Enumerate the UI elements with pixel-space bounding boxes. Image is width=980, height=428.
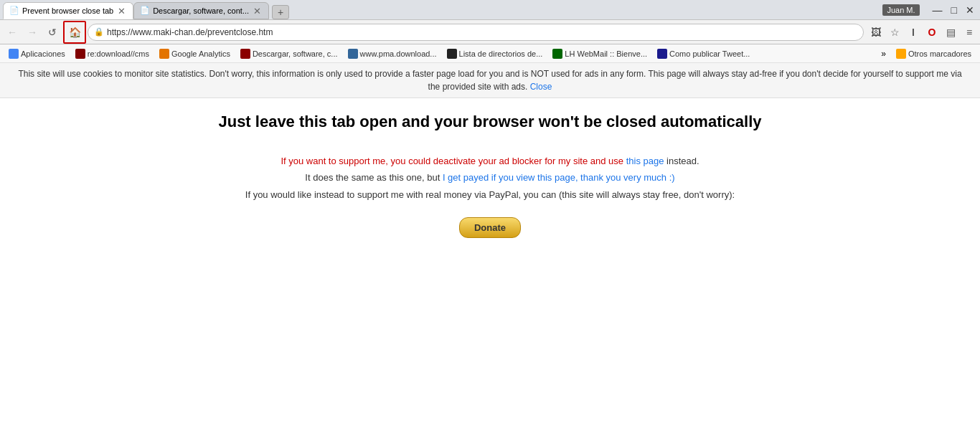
bookmark-label-dl: Descargar, software, c... <box>253 49 338 58</box>
support-text-part1: If you want to support me, you could dea… <box>281 156 623 166</box>
new-tab-button[interactable]: + <box>272 5 289 19</box>
cookie-close-link[interactable]: Close <box>530 82 552 92</box>
close-button[interactable]: ✕ <box>963 4 977 16</box>
home-icon: 🏠 <box>69 27 81 38</box>
cookie-banner: This site will use cookies to monitor si… <box>0 63 980 98</box>
minimize-button[interactable]: — <box>930 4 946 16</box>
forward-icon: → <box>27 27 37 38</box>
window-controls: — □ ✕ <box>930 4 977 16</box>
bookmark-favicon-apps <box>9 49 19 59</box>
bookmark-favicon-ga <box>159 49 169 59</box>
tab-close-inactive[interactable]: ✕ <box>252 6 263 16</box>
user-badge: Juan M. <box>882 4 919 16</box>
url-text: https://www.maki-chan.de/preventclose.ht… <box>107 27 857 37</box>
title-bar: 📄 Prevent browser close tab ✕ 📄 Descarga… <box>0 0 980 20</box>
opera-icon[interactable]: O <box>924 24 940 40</box>
forward-button[interactable]: → <box>23 23 42 42</box>
tab-inactive[interactable]: 📄 Descargar, software, cont... ✕ <box>133 2 269 19</box>
page-content: Just leave this tab open and your browse… <box>0 98 980 427</box>
bookmark-pma[interactable]: www.pma.download... <box>344 47 441 60</box>
bookmark-lista[interactable]: Lista de directorios de... <box>443 47 547 60</box>
home-button-box: 🏠 <box>63 21 86 44</box>
bookmarks-more: » Otros marcadores <box>878 47 976 60</box>
bookmark-favicon-pma <box>348 49 358 59</box>
support-text-part1-end: instead. <box>666 156 699 166</box>
rss-icon[interactable]: ▤ <box>943 24 958 40</box>
menu-icon[interactable]: ≡ <box>961 24 977 40</box>
bookmark-favicon-lista <box>447 49 457 59</box>
tab-close-active[interactable]: ✕ <box>116 6 127 16</box>
bookmark-apps[interactable]: Aplicaciones <box>4 47 70 60</box>
tab-active[interactable]: 📄 Prevent browser close tab ✕ <box>3 2 133 19</box>
tab-favicon-inactive: 📄 <box>140 6 150 16</box>
reload-icon: ↺ <box>48 27 57 38</box>
back-icon: ← <box>7 27 17 38</box>
image-search-icon[interactable]: 🖼 <box>868 24 884 40</box>
bookmark-ga[interactable]: Google Analytics <box>155 47 235 60</box>
reload-button[interactable]: ↺ <box>43 23 62 42</box>
donate-label: Donate <box>474 222 506 233</box>
support-line-2: It does the same as this one, but I get … <box>245 169 735 186</box>
address-bar[interactable]: 🔒 https://www.maki-chan.de/preventclose.… <box>88 24 864 41</box>
star-icon[interactable]: ☆ <box>887 24 903 40</box>
tab-favicon-active: 📄 <box>9 6 19 16</box>
nav-icons-right: 🖼 ☆ I O ▤ ≡ <box>865 24 977 40</box>
this-page-link[interactable]: this page <box>626 156 664 166</box>
bookmark-favicon-dl <box>240 49 250 59</box>
bookmark-favicon-folder <box>896 49 906 59</box>
back-button[interactable]: ← <box>3 23 22 42</box>
bookmark-cms[interactable]: re:download//cms <box>71 47 154 60</box>
bookmark-label-apps: Aplicaciones <box>21 49 65 58</box>
nav-bar: ← → ↺ 🏠 🔒 https://www.maki-chan.de/preve… <box>0 20 980 44</box>
home-button[interactable]: 🏠 <box>65 23 84 42</box>
tab-strip: 📄 Prevent browser close tab ✕ 📄 Descarga… <box>3 0 882 19</box>
page-heading: Just leave this tab open and your browse… <box>218 113 761 131</box>
bookmarks-chevron[interactable]: » <box>878 47 889 60</box>
support-text-part2b: I get payed if you view this page, thank… <box>443 172 675 183</box>
bookmark-label-como: Como publicar Tweet... <box>669 49 750 58</box>
reader-icon[interactable]: I <box>905 24 921 40</box>
bookmark-label-lh: LH WebMail :: Bienve... <box>565 49 647 58</box>
bookmark-favicon-lh <box>552 49 562 59</box>
tab-title-inactive: Descargar, software, cont... <box>153 6 249 15</box>
support-text-part2a: It does the same as this one, but <box>305 172 443 183</box>
bookmark-favicon-cms <box>75 49 85 59</box>
maximize-button[interactable]: □ <box>948 4 960 16</box>
bookmark-lh[interactable]: LH WebMail :: Bienve... <box>548 47 651 60</box>
cookie-text: This site will use cookies to monitor si… <box>18 69 961 92</box>
bookmark-label-pma: www.pma.download... <box>360 49 437 58</box>
bookmark-label-lista: Lista de directorios de... <box>459 49 543 58</box>
bookmark-como[interactable]: Como publicar Tweet... <box>653 47 754 60</box>
bookmark-label-folder: Otros marcadores <box>908 49 971 58</box>
support-line-1: If you want to support me, you could dea… <box>245 153 735 169</box>
bookmark-label-cms: re:download//cms <box>88 49 149 58</box>
donate-button[interactable]: Donate <box>459 217 521 238</box>
support-line-3: If you would like instead to support me … <box>245 186 735 203</box>
lock-icon: 🔒 <box>94 27 104 37</box>
tab-title-active: Prevent browser close tab <box>22 6 113 15</box>
bookmark-folder[interactable]: Otros marcadores <box>892 47 976 60</box>
bookmark-dl[interactable]: Descargar, software, c... <box>236 47 342 60</box>
bookmark-favicon-como <box>657 49 667 59</box>
bookmark-label-ga: Google Analytics <box>171 49 230 58</box>
bookmarks-bar: Aplicaciones re:download//cms Google Ana… <box>0 44 980 63</box>
support-text: If you want to support me, you could dea… <box>245 153 735 203</box>
